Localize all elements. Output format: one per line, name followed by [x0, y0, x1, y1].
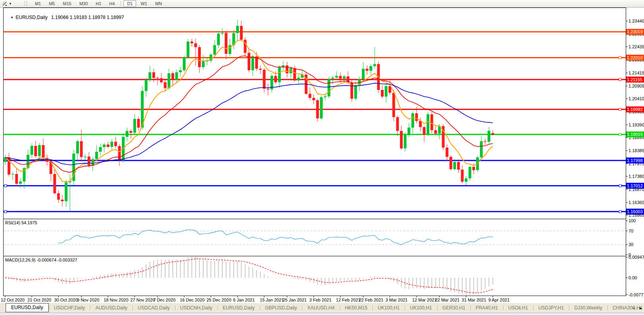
toolbar-divider	[121, 1, 121, 6]
svg-text:1.22010: 1.22010	[627, 55, 643, 60]
timeframe-button-D1[interactable]: D1	[123, 0, 136, 7]
svg-text:1.21155: 1.21155	[627, 77, 642, 82]
timeframe-button-group: M1M5M15M30H1H4D1W1MN	[31, 0, 166, 7]
chart-tab-GBPUSD-Daily[interactable]: GBPUSD,Daily	[260, 304, 302, 312]
svg-text:21 Oct 2020: 21 Oct 2020	[27, 298, 51, 302]
chart-title: ▼EURUSD,Daily1.19066 1.19183 1.18978 1.1…	[5, 9, 124, 26]
svg-text:1.17012: 1.17012	[627, 183, 643, 188]
timeframe-button-MN[interactable]: MN	[152, 0, 165, 7]
svg-text:18 Nov 2020: 18 Nov 2020	[104, 298, 128, 302]
svg-text:1.19015: 1.19015	[627, 132, 643, 137]
timeframe-button-M1[interactable]: M1	[31, 0, 44, 7]
svg-text:7 Dec 2020: 7 Dec 2020	[153, 298, 175, 302]
chart-canvas[interactable]: 1.234401.229301.224351.219251.214151.209…	[0, 8, 644, 303]
svg-text:6 Jan 2021: 6 Jan 2021	[233, 298, 255, 302]
chart-window: 1.234401.229301.224351.219251.214151.209…	[0, 8, 644, 303]
svg-text:3 Feb 2021: 3 Feb 2021	[310, 298, 332, 302]
macd-indicator-label: MACD(12,26,9) -0.000674 -0.003327	[5, 258, 77, 262]
timeframe-button-W1[interactable]: W1	[137, 0, 151, 7]
chart-tab-DJ30-Weekly[interactable]: DJ30,Weekly	[569, 304, 607, 312]
tab-scroll-right-icon[interactable]: ►	[639, 306, 643, 310]
svg-text:1.22435: 1.22435	[629, 44, 644, 49]
svg-text:70: 70	[629, 229, 633, 233]
chart-tab-USDJPY-H1[interactable]: USDJPY,H1	[533, 304, 569, 312]
date-axis: 12 Oct 202021 Oct 202030 Oct 20209 Nov 2…	[1, 296, 509, 302]
chart-tabs: EURUSD,DailyUSDCHF,DailyAUDUSD,DailyUSDC…	[6, 303, 644, 313]
chart-title-ohlc: 1.19066 1.19183 1.18978 1.18997	[51, 15, 124, 20]
timeframe-button-M30[interactable]: M30	[76, 0, 91, 7]
chart-tab-USDCHF-Daily[interactable]: USDCHF,Daily	[49, 304, 90, 312]
svg-text:1.16003: 1.16003	[627, 209, 643, 214]
chart-tab-USDCAD-Daily[interactable]: USDCAD,Daily	[133, 304, 175, 312]
chart-tab-XAUUSD-H4[interactable]: XAUUSD,H4	[302, 304, 340, 312]
draw-tool-dropdown-caret-icon[interactable]: ▼	[9, 2, 12, 6]
rsi-indicator-label: RSI(14) 54.1975	[5, 220, 37, 225]
chart-tab-FRA40-H1[interactable]: FRA40,H1	[471, 304, 503, 312]
chart-tab-GER30-H1[interactable]: GER30,H1	[437, 304, 471, 312]
timeframe-button-M15[interactable]: M15	[59, 0, 75, 7]
svg-text:0.00: 0.00	[629, 275, 637, 280]
svg-text:1.23440: 1.23440	[629, 19, 644, 23]
svg-text:31 Mar 2021: 31 Mar 2021	[462, 298, 486, 302]
svg-text:9 Nov 2020: 9 Nov 2020	[77, 298, 99, 302]
chart-tab-USOil-H1[interactable]: USOil,H1	[503, 304, 533, 312]
svg-text:9 Apr 2021: 9 Apr 2021	[488, 298, 509, 302]
svg-text:1.18385: 1.18385	[629, 148, 644, 153]
timeframe-button-H1[interactable]: H1	[92, 0, 105, 7]
svg-text:3 Mar 2021: 3 Mar 2021	[386, 298, 408, 302]
timeframe-button-M5[interactable]: M5	[45, 0, 58, 7]
draw-tool-icon[interactable]	[1, 0, 8, 7]
chart-title-caret-icon[interactable]: ▼	[10, 16, 13, 19]
svg-text:0.009478: 0.009478	[629, 255, 644, 260]
svg-text:1.16360: 1.16360	[629, 200, 644, 205]
svg-text:100: 100	[629, 218, 636, 223]
svg-text:12 Feb 2021: 12 Feb 2021	[336, 298, 361, 302]
svg-text:27 Nov 2020: 27 Nov 2020	[130, 298, 155, 302]
chart-title-symbol: EURUSD,Daily	[15, 15, 48, 20]
chart-tab-bar: EURUSD,DailyUSDCHF,DailyAUDUSD,DailyUSDC…	[0, 303, 644, 313]
svg-text:22 Feb 2021: 22 Feb 2021	[359, 298, 383, 302]
svg-text:1.17380: 1.17380	[629, 174, 644, 179]
svg-text:1.19390: 1.19390	[629, 122, 644, 127]
svg-text:1.20905: 1.20905	[629, 84, 644, 88]
chart-tab-EURUSD-Daily[interactable]: EURUSD,Daily	[6, 303, 49, 312]
tab-scroll-left-icon[interactable]: ◄	[631, 306, 635, 310]
svg-text:12 Oct 2020: 12 Oct 2020	[1, 298, 25, 302]
timeframe-button-H4[interactable]: H4	[106, 0, 118, 7]
svg-text:1.21415: 1.21415	[629, 71, 644, 75]
price-line-badges: 1.230191.220101.211551.199921.190151.179…	[626, 29, 644, 215]
chart-tab-USDCNH-Daily[interactable]: USDCNH,Daily	[175, 304, 217, 312]
chart-tab-HK50-M15[interactable]: HK50,M15	[340, 304, 373, 312]
svg-text:1.17998: 1.17998	[627, 158, 643, 163]
svg-text:-0.007778: -0.007778	[629, 292, 644, 297]
svg-text:1.23019: 1.23019	[627, 29, 643, 34]
svg-text:15 Jan 2021: 15 Jan 2021	[260, 298, 284, 302]
top-toolbar: ▼ M1M5M15M30H1H4D1W1MN	[0, 0, 644, 8]
svg-text:22 Mar 2021: 22 Mar 2021	[435, 298, 459, 302]
chart-tab-AUDUSD-Daily[interactable]: AUDUSD,Daily	[90, 304, 133, 312]
chart-tab-UK100-H1[interactable]: UK100,H1	[405, 304, 437, 312]
svg-text:25 Dec 2020: 25 Dec 2020	[206, 298, 231, 302]
svg-text:1.20410: 1.20410	[629, 96, 644, 101]
svg-text:12 Mar 2021: 12 Mar 2021	[412, 298, 437, 302]
window-bottom-strip	[0, 313, 644, 315]
svg-text:25 Jan 2021: 25 Jan 2021	[283, 298, 307, 302]
svg-text:1.19992: 1.19992	[627, 107, 643, 112]
toolbar-grip[interactable]	[25, 1, 27, 6]
chart-tab-UK100-H1[interactable]: UK100,H1	[373, 304, 405, 312]
svg-text:30: 30	[629, 242, 633, 247]
tab-scroll-buttons: ◄ ►	[631, 306, 643, 310]
svg-text:30 Oct 2020: 30 Oct 2020	[54, 298, 78, 302]
chart-tab-EURUSD-Daily[interactable]: EURUSD,Daily	[217, 304, 260, 312]
svg-text:16 Dec 2020: 16 Dec 2020	[180, 298, 204, 302]
